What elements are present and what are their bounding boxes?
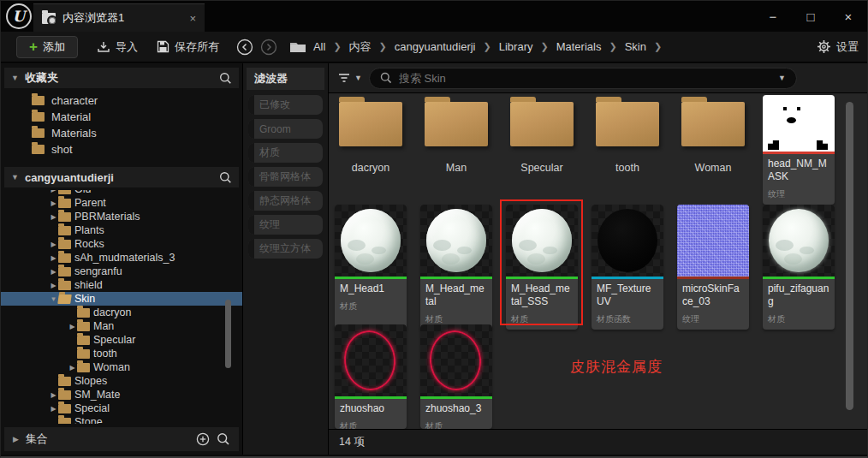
search-icon[interactable] xyxy=(219,72,232,85)
asset-type: 材质 xyxy=(768,313,829,325)
favorite-item-character[interactable]: character xyxy=(1,92,242,109)
collections-bar[interactable]: ▶ 集合 xyxy=(4,427,239,451)
close-button[interactable]: × xyxy=(829,1,867,32)
folder-tile-woman[interactable]: Woman xyxy=(677,95,749,205)
filter-pill-骨骼网格体[interactable]: 骨骼网格体 xyxy=(248,167,323,187)
tree-item-sm_mate[interactable]: ▶SM_Mate xyxy=(1,388,242,401)
asset-tile-zhuoshao_3[interactable]: zhuoshao_3材质 xyxy=(420,324,492,429)
tree-chevron-down-icon[interactable]: ▼ xyxy=(49,295,58,303)
filter-pill-纹理[interactable]: 纹理 xyxy=(248,215,323,235)
tree-item-rocks[interactable]: ▶Rocks xyxy=(1,237,242,251)
tree-item-old[interactable]: ▶Old xyxy=(1,190,242,196)
asset-tile-M_Head_metal[interactable]: M_Head_metal材质 xyxy=(420,205,492,330)
minimize-button[interactable]: − xyxy=(754,1,792,32)
project-header[interactable]: ▼ cangyuantudierji xyxy=(4,167,239,187)
tree-chevron-right-icon[interactable]: ▶ xyxy=(49,282,58,289)
tree-chevron-right-icon[interactable]: ▶ xyxy=(49,254,58,262)
tree-chevron-right-icon[interactable]: ▶ xyxy=(68,323,77,330)
filter-dropdown-button[interactable]: ▼ xyxy=(337,72,362,84)
tree-item-sengranfu[interactable]: ▶sengranfu xyxy=(1,265,242,278)
folder-tile-specular[interactable]: Specular xyxy=(506,95,578,205)
tree-chevron-right-icon[interactable]: ▶ xyxy=(49,213,58,221)
tree-item-specular[interactable]: Specular xyxy=(1,333,242,347)
breadcrumb-item-skin[interactable]: Skin xyxy=(625,40,646,53)
breadcrumb-item-materials[interactable]: Materials xyxy=(556,40,602,53)
tree-item-tooth[interactable]: tooth xyxy=(1,347,242,360)
tree-item-woman[interactable]: ▶Woman xyxy=(1,360,242,374)
folder-tile-man[interactable]: Man xyxy=(420,95,492,205)
breadcrumb-item-library[interactable]: Library xyxy=(499,40,533,53)
tree-scrollbar[interactable] xyxy=(225,300,231,368)
save-all-label: 保存所有 xyxy=(175,39,219,55)
add-button[interactable]: + 添加 xyxy=(16,36,78,58)
chevron-down-icon: ▼ xyxy=(11,74,19,82)
asset-tile-MF_TextureUV[interactable]: MF_TextureUV材质函数 xyxy=(592,205,663,330)
favorite-item-material[interactable]: Material xyxy=(1,109,242,125)
tree-item-shield[interactable]: ▶shield xyxy=(1,278,242,292)
asset-tile-M_Head1[interactable]: M_Head1材质 xyxy=(335,205,407,330)
tab-close-icon[interactable]: × xyxy=(189,12,196,25)
filter-pill-纹理立方体[interactable]: 纹理立方体 xyxy=(248,239,323,259)
asset-tile-microSkinFace_03[interactable]: microSkinFace_03纹理 xyxy=(677,205,749,330)
asset-thumbnail xyxy=(677,205,749,277)
tree-item-label: sengranfu xyxy=(74,265,122,277)
tree-item-plants[interactable]: Plants xyxy=(1,223,242,237)
tree-chevron-right-icon[interactable]: ▶ xyxy=(49,268,58,276)
tree-chevron-right-icon[interactable]: ▶ xyxy=(49,241,58,248)
folder-icon xyxy=(58,212,71,222)
forward-icon[interactable] xyxy=(260,39,277,56)
tree-chevron-right-icon[interactable]: ▶ xyxy=(49,190,58,193)
add-collection-icon[interactable] xyxy=(196,432,210,446)
asset-tile-M_Head_metal_SSS[interactable]: M_Head_metal_SSS材质 xyxy=(506,205,578,330)
project-title: cangyuantudierji xyxy=(25,171,114,184)
save-all-button[interactable]: 保存所有 xyxy=(157,39,219,55)
import-button[interactable]: 导入 xyxy=(97,39,138,55)
search-icon[interactable] xyxy=(219,171,232,184)
tree-chevron-right-icon[interactable]: ▶ xyxy=(49,199,58,207)
favorites-header[interactable]: ▼ 收藏夹 xyxy=(4,68,239,88)
asset-tile-head_NM_MASK[interactable]: head_NM_MASK纹理 xyxy=(763,95,835,205)
settings-button[interactable]: 设置 xyxy=(817,39,859,55)
tree-chevron-right-icon[interactable]: ▶ xyxy=(68,364,77,372)
favorite-item-materials[interactable]: Materials xyxy=(1,125,242,141)
tree-item-sah_mudmaterials_3[interactable]: ▶sAh_mudmaterials_3 xyxy=(1,251,242,265)
tree-item-parent[interactable]: ▶Parent xyxy=(1,196,242,210)
grid-scrollbar[interactable] xyxy=(846,102,853,410)
breadcrumb-item-all[interactable]: All xyxy=(313,40,325,53)
tree-item-dacryon[interactable]: dacryon xyxy=(1,306,242,319)
back-icon[interactable] xyxy=(236,39,253,56)
material-sphere-preview xyxy=(426,209,486,272)
asset-tile-zhuoshao[interactable]: zhuoshao材质 xyxy=(335,324,407,429)
tab-content-browser[interactable]: 内容浏览器1 × xyxy=(33,3,205,32)
tab-title: 内容浏览器1 xyxy=(62,10,124,26)
breadcrumb: All❯内容❯cangyuantudierji❯Library❯Material… xyxy=(313,39,662,55)
asset-name: zhuoshao xyxy=(340,402,401,415)
filter-pill-静态网格体[interactable]: 静态网格体 xyxy=(248,191,323,211)
folder-tile-dacryon[interactable]: dacryon xyxy=(335,95,407,205)
tree-chevron-right-icon[interactable]: ▶ xyxy=(49,405,58,413)
search-input[interactable] xyxy=(399,72,771,85)
breadcrumb-item-内容[interactable]: 内容 xyxy=(349,39,372,55)
favorite-item-shot[interactable]: shot xyxy=(1,141,242,158)
asset-tile-pifu_zifaguang[interactable]: pifu_zifaguang材质 xyxy=(763,205,835,330)
search-icon[interactable] xyxy=(217,432,230,446)
path-folder-icon[interactable] xyxy=(289,40,306,54)
tree-item-special[interactable]: ▶Special xyxy=(1,401,242,415)
tree-item-pbrmaterials[interactable]: ▶PBRMaterials xyxy=(1,210,242,223)
tree-item-slopes[interactable]: Slopes xyxy=(1,374,242,388)
tree-chevron-right-icon[interactable]: ▶ xyxy=(49,391,58,399)
asset-thumbnail xyxy=(506,205,578,277)
filter-pill-已修改[interactable]: 已修改 xyxy=(248,95,323,115)
chevron-down-icon[interactable]: ▼ xyxy=(778,74,786,82)
tree-item-label: Stone xyxy=(74,416,103,424)
tree-item-skin[interactable]: ▼Skin xyxy=(1,292,242,306)
folder-tile-tooth[interactable]: tooth xyxy=(592,95,663,205)
tree-item-stone[interactable]: Stone xyxy=(1,415,242,424)
tree-item-man[interactable]: ▶Man xyxy=(1,319,242,333)
maximize-button[interactable]: □ xyxy=(792,1,829,32)
breadcrumb-item-cangyuantudierji[interactable]: cangyuantudierji xyxy=(395,40,476,53)
asset-meta: MF_TextureUV材质函数 xyxy=(592,279,663,330)
filter-pill-Groom[interactable]: Groom xyxy=(248,119,323,139)
search-box[interactable]: ▼ xyxy=(369,68,797,89)
filter-pill-材质[interactable]: 材质 xyxy=(248,143,323,163)
